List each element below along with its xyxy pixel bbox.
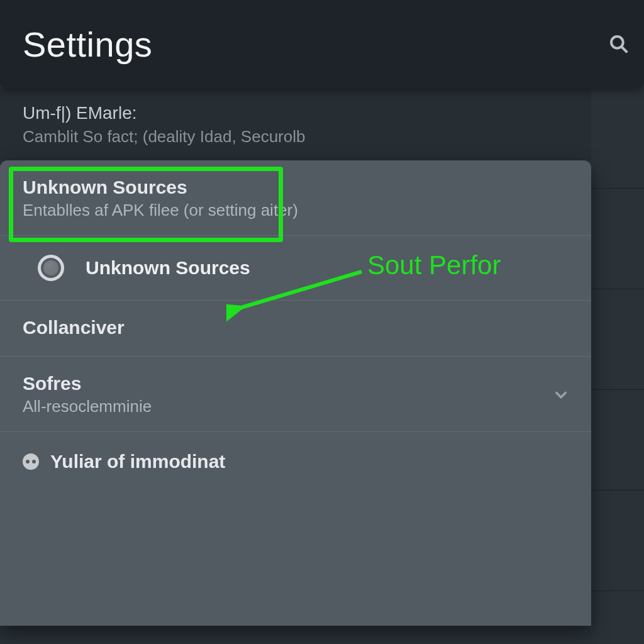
- svg-line-1: [621, 47, 627, 52]
- sofres-subtitle: All-resoclemminie: [23, 397, 569, 416]
- settings-panel: Unknown Sources Entablles af APK filee (…: [0, 160, 591, 626]
- unknown-sources-radio[interactable]: [38, 255, 64, 281]
- sofres-title: Sofres: [23, 373, 569, 394]
- collanciver-title: Collanciver: [23, 317, 569, 338]
- face-icon: [23, 453, 39, 470]
- yuliar-label: Yuliar of immodinat: [50, 451, 225, 472]
- account-title: Um-f|) EMarle:: [23, 103, 621, 123]
- account-section[interactable]: Um-f|) EMarle: Camblit So fact; (deality…: [0, 88, 644, 160]
- unknown-sources-row[interactable]: Unknown Sources Entablles af APK filee (…: [0, 160, 591, 236]
- page-title: Settings: [23, 24, 152, 65]
- rail-cell: [591, 390, 644, 491]
- right-rail: [591, 88, 644, 644]
- svg-point-0: [611, 36, 623, 48]
- collanciver-row[interactable]: Collanciver: [0, 301, 591, 357]
- account-subtitle: Camblit So fact; (deality Idad, Securolb: [23, 127, 621, 147]
- sofres-row[interactable]: Sofres All-resoclemminie: [0, 357, 591, 432]
- rail-cell: [591, 189, 644, 289]
- app-header: Settings: [0, 0, 644, 88]
- unknown-sources-radio-row[interactable]: Unknown Sources: [0, 236, 591, 301]
- search-icon: [609, 34, 629, 54]
- rail-cell: [591, 289, 644, 390]
- unknown-sources-radio-label: Unknown Sources: [86, 257, 250, 279]
- unknown-sources-title: Unknown Sources: [23, 177, 569, 198]
- chevron-down-icon: [552, 386, 570, 403]
- unknown-sources-subtitle: Entablles af APK filee (or setting aiter…: [23, 201, 569, 220]
- search-button[interactable]: [605, 30, 633, 58]
- rail-cell: [591, 491, 644, 591]
- rail-cell: [591, 88, 644, 189]
- yuliar-row[interactable]: Yuliar of immodinat: [0, 432, 591, 491]
